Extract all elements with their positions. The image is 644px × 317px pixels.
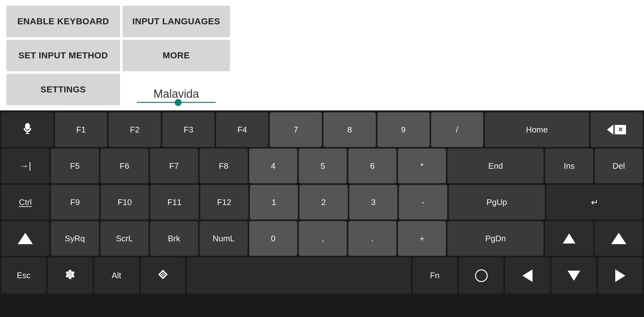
backspace-key[interactable]: ✕ — [591, 112, 643, 147]
f3-key[interactable]: F3 — [162, 112, 214, 147]
nav-left-key[interactable] — [505, 257, 550, 294]
comma-key[interactable]: , — [299, 221, 347, 256]
del-key[interactable]: Del — [595, 149, 643, 183]
end-key[interactable]: End — [448, 149, 544, 183]
brk-key[interactable]: Brk — [150, 221, 198, 256]
settings-button[interactable]: SETTINGS — [6, 74, 120, 105]
asterisk-key[interactable]: * — [398, 149, 446, 183]
settings-icon-key[interactable] — [48, 257, 93, 294]
shift2-key[interactable] — [595, 221, 643, 256]
num6-key[interactable]: 6 — [348, 149, 396, 183]
menu-grid: ENABLE KEYBOARD INPUT LANGUAGES SET INPU… — [6, 6, 638, 105]
keyboard: F1 F2 F3 F4 7 8 9 / Home ✕ →| F5 F6 F7 F… — [0, 110, 644, 317]
f1-key[interactable]: F1 — [55, 112, 107, 147]
mic-icon — [22, 123, 33, 137]
keyboard-row-2: →| F5 F6 F7 F8 4 5 6 * End Ins Del — [1, 149, 643, 183]
keyboard-row-5: Esc Alt Fn — [1, 257, 643, 294]
mic-key[interactable] — [1, 112, 53, 147]
shift2-icon — [611, 233, 626, 244]
diamond-icon — [157, 269, 169, 282]
pgup-key[interactable]: PgUp — [449, 185, 545, 220]
nav-left-icon — [522, 269, 533, 282]
home-key[interactable]: Home — [485, 112, 589, 147]
keyboard-row-3: Ctrl F9 F10 F11 F12 1 2 3 - PgUp ↵ — [1, 185, 643, 220]
f4-key[interactable]: F4 — [216, 112, 268, 147]
num2-key[interactable]: 2 — [299, 185, 347, 220]
tab-icon: →| — [19, 161, 31, 171]
svg-point-4 — [69, 273, 71, 276]
plus-key[interactable]: + — [398, 221, 446, 256]
f11-key[interactable]: F11 — [150, 185, 198, 220]
malavida-cell: Malavida — [123, 74, 230, 105]
circle-icon — [475, 269, 488, 282]
f10-key[interactable]: F10 — [101, 185, 149, 220]
num3-key[interactable]: 3 — [349, 185, 397, 220]
more-button[interactable]: MORE — [123, 40, 230, 71]
f8-key[interactable]: F8 — [200, 149, 248, 183]
f7-key[interactable]: F7 — [150, 149, 198, 183]
esc-key[interactable]: Esc — [1, 257, 46, 294]
backspace-icon: ✕ — [607, 125, 626, 135]
period-key[interactable]: . — [348, 221, 396, 256]
tab-key[interactable]: →| — [1, 149, 49, 183]
nav-down-key[interactable] — [551, 257, 596, 294]
f2-key[interactable]: F2 — [109, 112, 161, 147]
malavida-text: Malavida — [153, 87, 199, 101]
nav-right-icon — [615, 269, 625, 282]
slash-key[interactable]: / — [431, 112, 483, 147]
num8-key[interactable]: 8 — [323, 112, 376, 147]
nav-right-key[interactable] — [598, 257, 643, 294]
diamond-key[interactable] — [141, 257, 185, 294]
top-menu-area: ENABLE KEYBOARD INPUT LANGUAGES SET INPU… — [0, 0, 644, 110]
scrl-key[interactable]: ScrL — [100, 221, 148, 256]
settings-wheel-icon — [64, 269, 76, 282]
num9-key[interactable]: 9 — [377, 112, 430, 147]
enable-keyboard-button[interactable]: ENABLE KEYBOARD — [6, 6, 120, 37]
triangle-up-icon — [563, 233, 575, 244]
space-key[interactable] — [187, 257, 411, 294]
num1-key[interactable]: 1 — [250, 185, 298, 220]
keyboard-row-4: SyRq ScrL Brk NumL 0 , . + PgDn — [1, 221, 643, 256]
enter-key[interactable]: ↵ — [546, 185, 643, 220]
f5-key[interactable]: F5 — [51, 149, 99, 183]
shift-key[interactable] — [1, 221, 49, 256]
numl-key[interactable]: NumL — [200, 221, 248, 256]
enter-icon: ↵ — [591, 197, 598, 208]
tri-up-key[interactable] — [545, 221, 593, 256]
syrq-key[interactable]: SyRq — [51, 221, 99, 256]
f9-key[interactable]: F9 — [51, 185, 99, 220]
malavida-cursor — [175, 99, 182, 106]
pgdn-key[interactable]: PgDn — [448, 221, 544, 256]
num5-key[interactable]: 5 — [299, 149, 347, 183]
f6-key[interactable]: F6 — [100, 149, 148, 183]
svg-rect-2 — [27, 132, 28, 133]
ins-key[interactable]: Ins — [545, 149, 593, 183]
num4-key[interactable]: 4 — [249, 149, 297, 183]
shift-icon — [18, 233, 33, 244]
nav-down-icon — [568, 271, 580, 281]
minus-key[interactable]: - — [399, 185, 447, 220]
fn-key[interactable]: Fn — [412, 257, 457, 294]
input-languages-button[interactable]: INPUT LANGUAGES — [123, 6, 230, 37]
keyboard-row-1: F1 F2 F3 F4 7 8 9 / Home ✕ — [1, 112, 643, 147]
circle-key[interactable] — [459, 257, 504, 294]
num0-key[interactable]: 0 — [249, 221, 297, 256]
svg-rect-3 — [26, 133, 29, 134]
svg-rect-0 — [27, 123, 28, 129]
num7-key[interactable]: 7 — [270, 112, 322, 147]
malavida-underline — [137, 102, 216, 103]
set-input-method-button[interactable]: SET INPUT METHOD — [6, 40, 120, 71]
alt-key[interactable]: Alt — [94, 257, 139, 294]
ctrl-key[interactable]: Ctrl — [1, 185, 49, 220]
f12-key[interactable]: F12 — [200, 185, 248, 220]
